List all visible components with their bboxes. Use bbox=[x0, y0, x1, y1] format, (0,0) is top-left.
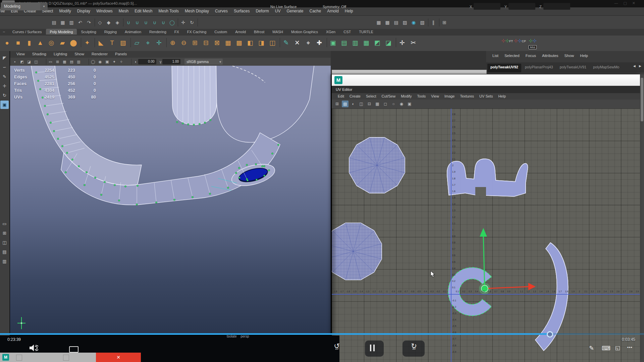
uv-menu-item[interactable]: Textures bbox=[457, 93, 477, 99]
move-tool-icon[interactable]: ✛ bbox=[0, 82, 9, 90]
uv-shell-border-icon[interactable]: ▦ bbox=[374, 101, 381, 107]
video-progress-knob[interactable] bbox=[547, 331, 553, 338]
uv-rgb-channels-icon[interactable]: ◉ bbox=[398, 101, 405, 107]
menu-item[interactable]: Edit Mesh bbox=[131, 7, 155, 15]
subtitles-icon[interactable] bbox=[69, 346, 78, 353]
attribute-menu-item[interactable]: List bbox=[490, 54, 501, 58]
flip-icon[interactable]: ◩ bbox=[372, 38, 382, 48]
hypershade-icon[interactable]: ▨ bbox=[401, 19, 409, 26]
paint-select-tool-icon[interactable]: ✎ bbox=[0, 72, 9, 81]
attribute-menu-item[interactable]: Help bbox=[578, 54, 590, 58]
shaded-icon[interactable]: ◉ bbox=[97, 59, 103, 65]
rewind-10-button[interactable]: ↺ 10 bbox=[331, 343, 343, 354]
ambient-occlusion-icon[interactable]: ◪ bbox=[26, 59, 32, 65]
shelf-tab[interactable]: CST bbox=[340, 29, 355, 35]
uv-menu-item[interactable]: View bbox=[428, 93, 442, 99]
separator[interactable] bbox=[278, 38, 280, 47]
shadow-toggle-icon[interactable]: ✧ bbox=[118, 59, 124, 65]
separator[interactable] bbox=[427, 18, 428, 26]
attribute-node-tab[interactable]: polyMapSewMo bbox=[590, 64, 622, 72]
save-scene-icon[interactable]: ▥ bbox=[68, 19, 75, 26]
attribute-scrollbar-thumb[interactable] bbox=[641, 78, 643, 121]
shelf-tab[interactable]: Bifrost bbox=[250, 29, 268, 35]
safe-action-icon[interactable]: ▥ bbox=[76, 59, 82, 65]
uv-grid-canvas[interactable]: 2.82.72.62.52.42.32.22.121.91.81.71.61.5… bbox=[332, 109, 640, 362]
menu-set-dropdown[interactable]: Modeling bbox=[1, 2, 43, 10]
volume-icon[interactable] bbox=[29, 344, 38, 352]
scale-tool-icon[interactable]: ▣ bbox=[0, 101, 9, 109]
mist-button[interactable]: ⊹⊹Mist bbox=[527, 38, 539, 50]
target-weld-icon[interactable]: ⌖ bbox=[303, 38, 313, 48]
window-controls[interactable]: —▢✕ bbox=[614, 1, 641, 5]
separator[interactable] bbox=[40, 59, 46, 65]
shelf-tab[interactable]: Rendering bbox=[146, 29, 170, 35]
textured-icon[interactable]: ▣ bbox=[104, 59, 110, 65]
z-input[interactable] bbox=[543, 3, 570, 10]
edit-icon[interactable]: ✎ bbox=[589, 345, 594, 352]
menu-item[interactable]: Deform bbox=[253, 7, 272, 15]
separator[interactable] bbox=[122, 18, 123, 26]
taskbar-app-icon[interactable] bbox=[63, 355, 69, 361]
shelf-tab[interactable]: FX Caching bbox=[183, 29, 210, 35]
shelf-tab[interactable]: Arnold bbox=[231, 29, 250, 35]
quad-draw-icon[interactable]: ✎ bbox=[281, 38, 291, 48]
menu-item[interactable]: Surfaces bbox=[231, 7, 253, 15]
cut-uv-icon[interactable]: ✂ bbox=[408, 38, 418, 48]
menu-item[interactable]: Modify bbox=[56, 7, 74, 15]
panel-menu-item[interactable]: Renderer bbox=[88, 51, 111, 57]
shadows-icon[interactable]: ◩ bbox=[19, 59, 25, 65]
layout-two-icon[interactable]: ◫ bbox=[0, 238, 9, 247]
resolution-gate-icon[interactable]: ▦ bbox=[62, 59, 67, 65]
x-input[interactable] bbox=[474, 3, 500, 10]
uv-dim-image-icon[interactable]: ◐ bbox=[350, 101, 357, 107]
maximize-icon[interactable]: ▢ bbox=[623, 1, 632, 5]
svg-tool-icon[interactable]: ▧ bbox=[118, 38, 128, 48]
grid-options-icon[interactable]: ⊞ bbox=[441, 19, 448, 26]
separator[interactable] bbox=[165, 38, 167, 47]
viewport-canvas[interactable]: Verts22542230Edges45254500Faces22812560T… bbox=[10, 66, 331, 334]
layout-custom-icon[interactable]: ▥ bbox=[0, 257, 9, 265]
rotate-tool-icon[interactable]: ↻ bbox=[0, 91, 9, 100]
panel-menu-item[interactable]: View bbox=[13, 51, 29, 57]
bevel-icon[interactable]: ◨ bbox=[256, 38, 266, 48]
construction-plane-icon[interactable]: ▱ bbox=[132, 38, 142, 48]
attribute-menu-item[interactable]: Selected bbox=[502, 54, 522, 58]
shelf-tab[interactable]: Animation bbox=[121, 29, 145, 35]
separator[interactable] bbox=[83, 59, 89, 65]
shelf-tab[interactable]: TURTLE bbox=[355, 29, 377, 35]
shelf-tab[interactable]: XGen bbox=[322, 29, 339, 35]
attribute-node-tab[interactable]: polyTweakUV92 bbox=[487, 64, 521, 72]
uv-menu-item[interactable]: Image bbox=[442, 93, 458, 99]
menu-item[interactable]: Mesh bbox=[116, 7, 131, 15]
boolean-intersect-icon[interactable]: ⊠ bbox=[212, 38, 222, 48]
separator[interactable] bbox=[129, 38, 131, 47]
panel-menu-item[interactable]: Show bbox=[71, 51, 88, 57]
separator[interactable] bbox=[177, 18, 178, 26]
uv-menu-item[interactable]: Edit bbox=[335, 93, 347, 99]
snap-view-icon[interactable]: ∪ bbox=[160, 19, 167, 26]
layout-four-icon[interactable]: ⊞ bbox=[0, 229, 9, 237]
render-settings-icon[interactable]: ▤ bbox=[392, 19, 400, 26]
attribute-node-tab[interactable]: polyTweakUV91 bbox=[557, 64, 590, 72]
gate-mask-icon[interactable]: ▤ bbox=[69, 59, 74, 65]
mirror-icon[interactable]: ▣ bbox=[328, 38, 338, 48]
extrude-icon[interactable]: ◧ bbox=[245, 38, 255, 48]
uv-window-titlebar[interactable] bbox=[332, 74, 640, 86]
select-hierarchy-icon[interactable]: ◇ bbox=[96, 19, 104, 26]
uv-texture-icon[interactable]: ○ bbox=[390, 101, 397, 107]
shelf-tab[interactable]: Poly Modeling bbox=[46, 29, 76, 35]
undo-icon[interactable]: ↶ bbox=[76, 19, 84, 26]
poly-cube-icon[interactable]: ■ bbox=[13, 38, 23, 48]
panel-menu-item[interactable]: Shading bbox=[29, 51, 50, 57]
uv-distortion-icon[interactable]: ⊞ bbox=[334, 101, 340, 107]
menu-item[interactable]: Cache bbox=[306, 7, 324, 15]
menu-set-dropdown-arrow[interactable]: ▾ bbox=[40, 2, 48, 10]
poly-plane-icon[interactable]: ▰ bbox=[57, 38, 67, 48]
separator[interactable] bbox=[93, 38, 95, 47]
toon-outline-icon[interactable]: ◉ bbox=[410, 19, 417, 26]
panel-menu-item[interactable]: Panels bbox=[111, 51, 130, 57]
symmetrize-icon[interactable]: ◪ bbox=[383, 38, 393, 48]
attribute-menu-item[interactable]: Show bbox=[562, 54, 577, 58]
paint-effects-icon[interactable]: ▧ bbox=[419, 19, 426, 26]
multi-cut-icon[interactable]: ✕ bbox=[292, 38, 302, 48]
